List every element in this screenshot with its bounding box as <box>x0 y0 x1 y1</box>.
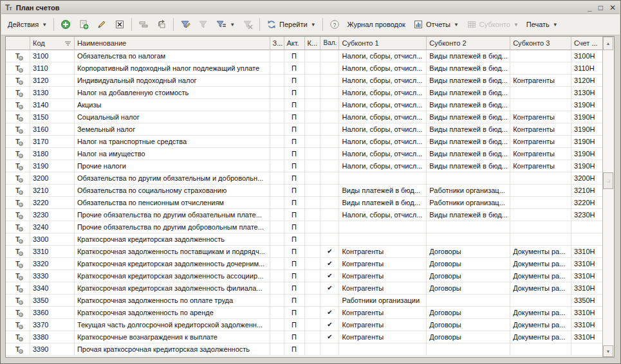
refresh-button[interactable]: Перейти▼ <box>263 17 320 32</box>
cell-tax-account <box>571 221 602 233</box>
scroll-up-button[interactable]: ▲ <box>603 37 613 50</box>
cell-active: П <box>284 99 305 111</box>
table-row[interactable]: Т 3100 Обязательства по налогам П Налоги… <box>6 50 602 62</box>
cell-subkonto1: Контрагенты <box>339 319 427 331</box>
cell-active: П <box>284 148 305 160</box>
table-row[interactable]: Т 3180 Налог на имущество П Налоги, сбор… <box>6 148 602 160</box>
table-row[interactable]: Т 3340 Краткосрочная кредиторская задолж… <box>6 282 602 295</box>
help-button[interactable]: ? <box>326 17 344 32</box>
table-row[interactable]: Т 3210 Обязательства по социальному стра… <box>6 185 602 197</box>
table-row[interactable]: Т 3120 Индивидуальный подоходный налог П… <box>6 75 602 87</box>
cell-quantity <box>305 307 321 319</box>
header-subkonto2[interactable]: Субконто 2 <box>427 37 510 50</box>
table-row[interactable]: Т 3380 Краткосрочные вознаграждения к вы… <box>6 331 602 343</box>
cell-tax-account: 3190Н <box>571 99 602 111</box>
cell-code: 3150 <box>30 111 75 123</box>
filter-by-value-button[interactable] <box>194 17 212 32</box>
chevron-down-icon: ▼ <box>230 22 235 28</box>
header-code[interactable]: Код <box>30 37 75 50</box>
add-button[interactable] <box>57 17 75 32</box>
table-row[interactable]: Т 3110 Корпоративный подоходный налог по… <box>6 62 602 75</box>
table-row[interactable]: Т 3230 Прочие обязательства по другим об… <box>6 209 602 221</box>
filter-list-icon <box>216 19 227 30</box>
cell-subkonto3 <box>510 99 571 111</box>
filter-setup-button[interactable] <box>176 17 194 32</box>
actions-button[interactable]: Действия▼ <box>4 18 51 31</box>
cell-currency-check <box>320 75 339 87</box>
scroll-down-button[interactable]: ▼ <box>603 345 613 357</box>
table-row[interactable]: Т 3390 Прочая краткосрочная кредиторская… <box>6 343 602 356</box>
cell-subkonto3: Документы ра... <box>510 282 571 295</box>
cell-subkonto3: Документы ра... <box>510 258 571 270</box>
toolbar: Действия▼ ▼ Перейти▼ ? Журнал проводок О… <box>1 14 620 35</box>
cell-offbalance <box>270 185 284 197</box>
filter-history-button[interactable]: ▼ <box>212 17 239 32</box>
cell-quantity <box>305 221 321 233</box>
table-row[interactable]: Т 3220 Обязательства по пенсионным отчис… <box>6 197 602 209</box>
cell-active: П <box>284 246 305 258</box>
cell-currency-check <box>320 123 339 136</box>
cell-subkonto2: Виды платежей в бюд... <box>427 136 510 148</box>
print-button[interactable]: Печать▼ <box>523 18 562 31</box>
table-row[interactable]: Т 3360 Краткосрочная задолженность по ар… <box>6 307 602 319</box>
cell-currency-check <box>320 148 339 160</box>
table-row[interactable]: Т 3200 Обязательства по другим обязатель… <box>6 172 602 185</box>
journal-button[interactable]: Журнал проводок <box>344 18 409 31</box>
header-offbalance[interactable]: З... <box>270 37 284 50</box>
scrollbar-thumb[interactable] <box>603 172 613 189</box>
cell-tax-account: 3110Н <box>571 62 602 75</box>
table-row[interactable]: Т 3350 Краткосрочная задолженность по оп… <box>6 295 602 307</box>
clear-filter-button[interactable] <box>239 17 257 32</box>
table-row[interactable]: Т 3130 Налог на добавленную стоимость П … <box>6 87 602 99</box>
cell-offbalance <box>270 172 284 185</box>
list-settings-button[interactable] <box>134 17 153 32</box>
account-icon: Т <box>15 224 20 231</box>
table-row[interactable]: Т 3310 Краткосрочная задолженность поста… <box>6 246 602 258</box>
cell-active: П <box>284 172 305 185</box>
cell-subkonto3: Документы ра... <box>510 246 571 258</box>
chart-of-accounts-icon: Тт <box>5 3 12 12</box>
vertical-scrollbar[interactable]: ▲ ▼ <box>602 37 614 357</box>
table-row[interactable]: Т 3330 Краткосрочная кредиторская задолж… <box>6 270 602 282</box>
maximize-button[interactable]: □ <box>598 4 603 12</box>
header-icon-col[interactable] <box>6 37 30 50</box>
cell-offbalance <box>270 160 284 172</box>
cell-subkonto1 <box>339 221 427 233</box>
cell-quantity <box>305 331 321 343</box>
table-row[interactable]: Т 3190 Прочие налоги П Налоги, сборы, от… <box>6 160 602 172</box>
close-button[interactable]: ✕ <box>609 4 616 12</box>
table-row[interactable]: Т 3370 Текущая часть долгосрочной кредит… <box>6 319 602 331</box>
table-row[interactable]: Т 3170 Налог на транспортные средства П … <box>6 136 602 148</box>
cell-quantity <box>305 197 321 209</box>
reports-button[interactable]: Отчеты▼ <box>409 17 463 32</box>
header-currency[interactable]: Вал. <box>320 37 339 50</box>
table-row[interactable]: Т 3320 Краткосрочная кредиторская задолж… <box>6 258 602 270</box>
cell-tax-account: 3310Н <box>571 282 602 295</box>
header-tax-account[interactable]: Счет ... <box>571 37 602 50</box>
table-row[interactable]: Т 3140 Акцизы П Налоги, сборы, отчисл...… <box>6 99 602 111</box>
header-subkonto1[interactable]: Субконто 1 <box>339 37 427 50</box>
header-active[interactable]: Акт. <box>284 37 305 50</box>
cell-subkonto2 <box>427 233 510 246</box>
cell-subkonto3: Контрагенты <box>510 75 571 87</box>
table-row[interactable]: Т 3160 Земельный налог П Налоги, сборы, … <box>6 123 602 136</box>
cell-offbalance <box>270 258 284 270</box>
delete-button[interactable] <box>111 17 129 32</box>
minimize-button[interactable]: _ <box>588 4 592 12</box>
header-subkonto3[interactable]: Субконто 3 <box>510 37 571 50</box>
table-row[interactable]: Т 3300 Краткосрочная кредиторская задолж… <box>6 233 602 246</box>
header-quantity[interactable]: К... <box>305 37 321 50</box>
cell-currency-check: ✔ <box>320 282 339 295</box>
cell-offbalance <box>270 233 284 246</box>
cell-subkonto2: Виды платежей в бюд... <box>427 50 510 62</box>
table-row[interactable]: Т 3150 Социальный налог П Налоги, сборы,… <box>6 111 602 123</box>
cell-name: Прочие налоги <box>75 160 270 172</box>
undo-button[interactable] <box>153 17 171 32</box>
header-name[interactable]: Наименование <box>75 37 270 50</box>
subkonto-button[interactable]: Субконто▼ <box>463 17 523 32</box>
cell-currency-check: ✔ <box>320 319 339 331</box>
edit-button[interactable] <box>93 17 111 32</box>
table-row[interactable]: Т 3240 Прочие обязательства по другим до… <box>6 221 602 233</box>
account-icon: Т <box>15 273 20 280</box>
copy-button[interactable] <box>75 17 93 32</box>
